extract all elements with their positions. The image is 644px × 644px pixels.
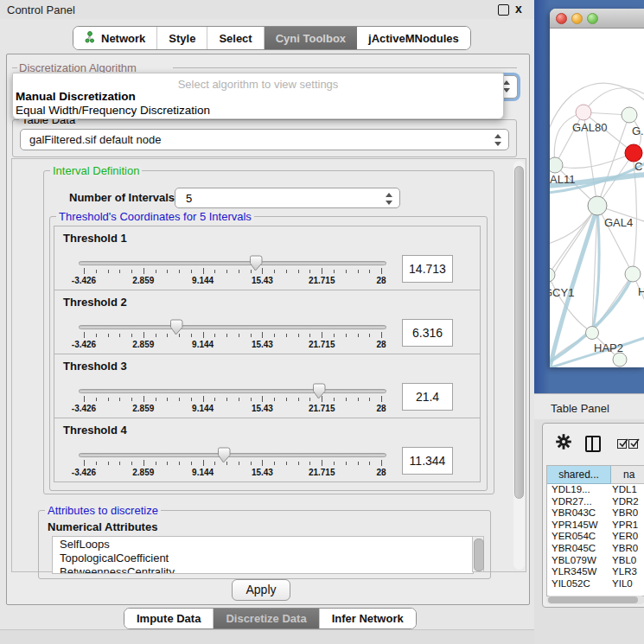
tab-cyni-toolbox[interactable]: Cyni Toolbox (265, 27, 357, 49)
table-row[interactable]: YDL19...YDL1 (547, 484, 644, 496)
network-node[interactable] (550, 157, 563, 173)
attribute-list-item[interactable]: TopologicalCoefficient (53, 551, 473, 564)
tab-impute-data[interactable]: Impute Data (124, 609, 214, 628)
option-equal-width-frequency[interactable]: Equal Width/Frequency Discretization (16, 104, 210, 117)
network-node[interactable] (613, 353, 627, 367)
network-edge[interactable] (583, 88, 644, 112)
table-row[interactable]: YBR045CYBR0 (547, 543, 644, 555)
threshold-value-field[interactable]: 14.713 (402, 255, 453, 283)
mac-minimize-light[interactable] (571, 13, 583, 24)
horizontal-scrollbar[interactable] (546, 596, 644, 604)
table-row[interactable]: YER054CYER0 (547, 531, 644, 543)
cell-name[interactable]: YLR3 (609, 566, 644, 578)
network-window-titlebar[interactable] (550, 9, 644, 29)
table-row[interactable]: YIL052CYIL0 (547, 578, 644, 590)
tab-style[interactable]: Style (157, 27, 207, 49)
cell-shared-name[interactable]: YBR045C (547, 543, 609, 555)
table-data-combobox[interactable]: galFiltered.sif default node (20, 129, 509, 150)
tab-jactivemnodules[interactable]: jActiveMNodules (357, 27, 470, 49)
cell-name[interactable]: YDR2 (609, 496, 644, 508)
slider-track[interactable] (79, 261, 386, 265)
slider-tick-label: 21.715 (300, 404, 343, 413)
cell-name[interactable]: YDL1 (609, 484, 644, 496)
float-window-icon[interactable] (498, 4, 509, 16)
slider-tick (96, 462, 97, 465)
checkbox-icon[interactable] (628, 439, 638, 449)
cell-shared-name[interactable]: YIL052C (547, 578, 609, 590)
slider-thumb[interactable] (169, 319, 183, 335)
cell-shared-name[interactable]: YBR043C (547, 507, 609, 520)
number-of-intervals-combobox[interactable]: 5 (175, 188, 400, 208)
tab-discretize-data[interactable]: Discretize Data (214, 609, 319, 628)
tab-network[interactable]: Network (73, 27, 157, 49)
network-edge[interactable] (550, 206, 597, 287)
cell-shared-name[interactable]: YBL079W (547, 555, 609, 567)
columns-icon[interactable] (585, 436, 601, 452)
cell-name[interactable]: YBL0 (609, 555, 644, 567)
cell-shared-name[interactable]: YER054C (547, 531, 609, 543)
cell-shared-name[interactable]: YDL19... (547, 484, 609, 496)
attribute-list-item[interactable]: BetweennessCentrality (53, 564, 473, 574)
tab-select[interactable]: Select (207, 27, 264, 49)
table-row[interactable]: YBR043CYBR0 (547, 507, 644, 520)
cell-name[interactable]: YPR1 (609, 520, 644, 532)
cell-name[interactable]: YER0 (609, 531, 644, 543)
table-row[interactable]: YDR27...YDR2 (547, 496, 644, 508)
network-node[interactable] (625, 266, 641, 282)
network-node[interactable] (550, 268, 555, 282)
close-icon[interactable]: x (515, 2, 522, 16)
gear-icon[interactable] (556, 434, 571, 453)
slider-tick-label: 2.859 (122, 404, 165, 413)
cell-shared-name[interactable]: YPR145W (547, 520, 609, 532)
cell-shared-name[interactable]: YDR27... (547, 496, 609, 508)
network-node[interactable] (588, 196, 607, 215)
table-row[interactable]: YPR145WYPR1 (547, 520, 644, 532)
slider-tick (84, 396, 85, 402)
table-row[interactable]: YBL079WYBL0 (547, 555, 644, 567)
vertical-scrollbar[interactable] (513, 161, 525, 570)
threshold-value-field[interactable]: 21.4 (402, 383, 453, 411)
horizontal-scrollbar-thumb[interactable] (548, 596, 638, 603)
network-node[interactable] (576, 105, 591, 120)
network-canvas[interactable]: GAL80G.CGAL11GAL4GCY1HHAP2 (550, 28, 644, 367)
network-node[interactable] (622, 107, 637, 123)
slider-tick (346, 270, 347, 273)
cell-name[interactable]: YBR0 (609, 507, 644, 520)
column-header-name[interactable]: na (611, 466, 644, 484)
slider-tick (346, 398, 347, 401)
slider-thumb[interactable] (216, 447, 231, 463)
cell-name[interactable]: YIL0 (609, 578, 644, 590)
numerical-attributes-list[interactable]: SelfLoopsTopologicalCoefficientBetweenne… (52, 536, 474, 574)
attributes-scrollbar-thumb[interactable] (474, 539, 484, 571)
apply-button[interactable]: Apply (232, 579, 290, 601)
slider-track[interactable] (79, 389, 386, 393)
table-row[interactable]: YLR345WYLR3 (547, 566, 644, 578)
threshold-value-field[interactable]: 11.344 (402, 447, 453, 475)
slider-track[interactable] (79, 325, 386, 329)
slider-track[interactable] (79, 453, 386, 457)
network-node[interactable] (586, 327, 599, 340)
interval-definition-group-title: Interval Definition (50, 164, 142, 177)
network-node-label: G. (632, 124, 644, 137)
node-attribute-table[interactable]: shared... na YDL19...YDL1YDR27...YDR2YBR… (546, 465, 644, 596)
option-manual-discretization[interactable]: Manual Discretization (16, 90, 136, 103)
checkbox-icon[interactable] (617, 439, 627, 449)
slider-thumb[interactable] (311, 383, 326, 399)
threshold-value-field[interactable]: 6.316 (402, 319, 453, 347)
attribute-list-item[interactable]: SelfLoops (53, 537, 473, 551)
slider-tick (96, 334, 97, 337)
tab-infer-network[interactable]: Infer Network (320, 609, 416, 628)
vertical-scrollbar-thumb[interactable] (514, 166, 524, 499)
mac-close-light[interactable] (556, 13, 567, 24)
column-header-shared-name[interactable]: shared... (547, 466, 611, 484)
cell-name[interactable]: YBR0 (609, 543, 644, 555)
network-node[interactable] (625, 144, 642, 162)
slider-thumb[interactable] (248, 255, 263, 271)
slider-tick (131, 462, 132, 465)
network-edge[interactable] (555, 153, 634, 168)
slider-tick (226, 334, 227, 337)
attributes-list-scrollbar[interactable] (472, 536, 484, 572)
mac-zoom-light[interactable] (587, 13, 598, 24)
network-view-window[interactable]: GAL80G.CGAL11GAL4GCY1HHAP2 (550, 9, 644, 367)
cell-shared-name[interactable]: YLR345W (547, 566, 609, 578)
